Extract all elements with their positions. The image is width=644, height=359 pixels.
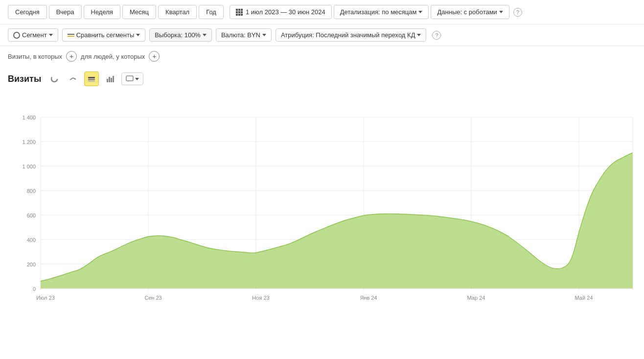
second-bar: Сегмент Сравнить сегменты Выборка: 100% … [0,24,644,46]
period-month[interactable]: Месяц [122,5,156,19]
svg-line-2 [73,78,76,79]
stacked-area-icon [88,75,95,83]
add-people-filter-button[interactable]: + [149,51,160,62]
currency-label: Валюта: BYN [221,31,260,39]
chart-section: Визиты [0,67,644,307]
svg-rect-10 [126,76,133,81]
segment-button[interactable]: Сегмент [8,28,58,42]
filter-row: Визиты, в которых + для людей, у которых… [0,46,644,67]
chevron-down-icon [203,34,207,36]
people-filter-label: для людей, у которых [81,53,145,60]
chevron-down-icon [417,34,421,36]
segment-label: Сегмент [22,31,47,39]
attribution-label: Атрибуция: Последний значимый переход КД [281,31,415,39]
help-icon[interactable]: ? [513,8,522,17]
date-range-label: 1 июл 2023 — 30 июн 2024 [246,8,325,16]
y-label-200: 200 [27,262,36,267]
svg-rect-6 [107,79,108,82]
x-label-may24: Май 24 [575,295,593,301]
top-bar: Сегодня Вчера Неделя Месяц Квартал Год 1… [0,0,644,24]
donut-icon [50,75,58,83]
period-week[interactable]: Неделя [84,5,120,19]
bar-chart-button[interactable] [103,72,117,86]
chevron-down-icon [262,34,266,36]
currency-button[interactable]: Валюта: BYN [216,28,272,42]
svg-rect-9 [113,76,114,82]
comment-icon [126,75,134,83]
attribution-button[interactable]: Атрибуция: Последний значимый переход КД [276,28,427,42]
svg-line-1 [70,78,73,80]
x-label-sep23: Сен 23 [144,295,161,301]
compare-label: Сравнить сегменты [76,31,135,39]
chart-toolbar: Визиты [8,72,636,86]
y-label-400: 400 [27,237,36,243]
chart-area-path [41,153,633,288]
y-label-600: 600 [27,213,36,218]
period-yesterday[interactable]: Вчера [49,5,82,19]
donut-chart-button[interactable] [47,72,62,86]
data-button[interactable]: Данные: с роботами [431,5,509,19]
period-quarter[interactable]: Квартал [158,5,197,19]
annotation-button[interactable] [121,72,143,85]
svg-rect-4 [88,79,95,80]
data-label: Данные: с роботами [437,8,497,16]
date-range-button[interactable]: 1 июл 2023 — 30 июн 2024 [230,5,332,19]
svg-point-0 [51,76,57,82]
bar-icon [106,75,114,83]
svg-rect-5 [88,81,95,82]
chevron-down-icon [499,11,503,13]
segment-icon [13,32,20,39]
chevron-down-icon [49,34,53,36]
x-label-mar24: Мар 24 [467,295,485,301]
help-icon-2[interactable]: ? [432,31,441,40]
y-label-800: 800 [27,188,36,194]
chevron-down-icon [418,11,422,13]
line-chart-button[interactable] [66,72,80,86]
y-label-1400: 1 400 [22,115,36,120]
detail-label: Детализация: по месяцам [340,8,417,16]
period-year[interactable]: Год [199,5,224,19]
period-today[interactable]: Сегодня [8,5,47,19]
chart-container: 0 200 400 600 800 1 000 1 200 1 400 [8,90,636,307]
svg-rect-8 [111,78,112,82]
line-icon [69,75,77,83]
y-label-0: 0 [33,286,36,292]
chevron-down-icon [136,34,140,36]
x-label-jul23: Июл 23 [36,295,55,301]
y-label-1200: 1 200 [22,139,36,145]
y-label-1000: 1 000 [22,164,36,169]
stacked-area-button[interactable] [84,72,99,86]
add-visits-filter-button[interactable]: + [66,51,77,62]
visits-filter-label: Визиты, в которых [8,53,62,60]
chart-svg: 0 200 400 600 800 1 000 1 200 1 400 [8,90,636,306]
calendar-grid-icon [236,9,243,16]
compare-icon [68,34,74,37]
svg-rect-3 [88,77,95,78]
compare-button[interactable]: Сравнить сегменты [62,28,146,42]
x-label-jan24: Янв 24 [360,295,377,301]
sample-button[interactable]: Выборка: 100% [149,28,212,42]
sample-label: Выборка: 100% [155,31,201,39]
svg-rect-7 [109,77,110,82]
chart-title: Визиты [8,74,41,84]
x-label-nov23: Ноя 23 [252,295,269,301]
chevron-down-icon [135,78,139,80]
detail-button[interactable]: Детализация: по месяцам [334,5,429,19]
